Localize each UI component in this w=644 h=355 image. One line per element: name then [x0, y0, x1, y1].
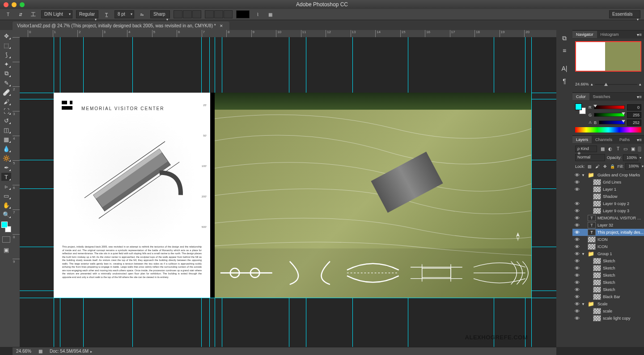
align-right-button[interactable] — [192, 10, 201, 18]
layer-row[interactable]: 👁scale — [572, 308, 644, 315]
type-tool[interactable]: T — [1, 173, 11, 181]
align-left-button[interactable] — [174, 10, 182, 18]
filter-type-icon[interactable]: T — [615, 146, 621, 152]
close-tab-icon[interactable]: ✕ — [220, 24, 223, 28]
lock-all-icon[interactable]: 🔒 — [610, 163, 616, 170]
layer-row[interactable]: 👁Layer 1 — [572, 186, 644, 193]
layer-row[interactable]: 👁Sketch — [572, 279, 644, 286]
visibility-toggle[interactable]: 👁 — [572, 230, 581, 235]
panel-menu-icon[interactable]: ▾≡ — [635, 94, 644, 99]
opacity-input[interactable]: 100% — [623, 154, 638, 161]
b-slider[interactable] — [599, 120, 625, 124]
filter-shape-icon[interactable]: ▭ — [623, 146, 628, 152]
horizontal-ruler[interactable]: 01234567891011121314151617181920 — [20, 30, 556, 37]
eyedropper-tool[interactable]: ✎ — [1, 79, 11, 87]
text-color-swatch[interactable] — [236, 10, 250, 18]
filter-adjustment-icon[interactable]: ◐ — [608, 146, 613, 152]
vertical-ruler[interactable]: 23456789 — [13, 37, 20, 347]
magic-wand-tool[interactable]: ✦ — [1, 60, 11, 68]
filter-pixel-icon[interactable]: ▦ — [600, 146, 606, 152]
zoom-out-icon[interactable]: ▴ — [591, 82, 593, 86]
dodge-tool[interactable]: 🔆 — [1, 154, 11, 162]
status-expose-icon[interactable]: ▦ — [38, 349, 42, 354]
healing-brush-tool[interactable]: 🩹 — [1, 88, 11, 96]
layer-row[interactable]: 👁Sketch — [572, 286, 644, 293]
justify-left-button[interactable] — [205, 10, 214, 18]
move-tool[interactable]: ✥ — [1, 32, 11, 40]
layer-row[interactable]: Shadow — [572, 193, 644, 200]
filter-toggle[interactable] — [638, 146, 641, 152]
warp-text-icon[interactable]: ⌇ — [253, 10, 262, 19]
font-size-select[interactable]: 8 pt — [114, 10, 134, 18]
panel-menu-icon[interactable]: ▾≡ — [635, 137, 644, 142]
layer-row[interactable]: 👁ICON — [572, 236, 644, 243]
nav-zoom-slider[interactable] — [595, 82, 637, 86]
layer-row[interactable]: 👁Layer 9 copy 2 — [572, 200, 644, 207]
visibility-toggle[interactable]: 👁 — [572, 287, 581, 292]
layer-row[interactable]: 👁Black Bar — [572, 293, 644, 300]
foreground-color[interactable] — [1, 222, 8, 228]
channels-tab[interactable]: Channels — [592, 136, 616, 143]
clone-stamp-tool[interactable]: ⛶ — [1, 107, 11, 115]
layer-row[interactable]: 👁Grid Lines — [572, 179, 644, 186]
antialias-select[interactable]: Sharp — [150, 10, 170, 18]
paragraph-panel-icon[interactable]: ¶ — [558, 76, 571, 86]
text-orientation-horiz-icon[interactable]: 工 — [29, 10, 38, 19]
history-brush-tool[interactable]: ↺ — [1, 116, 11, 124]
visibility-toggle[interactable]: 👁 — [572, 222, 581, 228]
path-selection-tool[interactable]: ▹ — [1, 182, 11, 190]
shape-tool[interactable]: ▭ — [1, 192, 11, 200]
layer-row[interactable]: 👁▼📁Group 1 — [572, 250, 644, 257]
visibility-toggle[interactable]: 👁 — [572, 258, 581, 264]
fill-input[interactable]: 100% — [625, 163, 640, 170]
layer-filter-kind[interactable]: ρ Kind ≑ — [575, 145, 597, 152]
layer-row[interactable]: 👁Sketch — [572, 257, 644, 265]
guide-h[interactable] — [20, 298, 556, 298]
r-value[interactable]: 0 — [627, 104, 641, 111]
lock-position-icon[interactable]: ✥ — [602, 163, 608, 170]
eraser-tool[interactable]: ◫ — [1, 126, 11, 134]
layer-row[interactable]: 👁TMEMORIAL VISITOR CEN... — [572, 214, 644, 222]
swatches-tab[interactable]: Swatches — [589, 93, 614, 100]
visibility-toggle[interactable]: 👁 — [572, 237, 581, 242]
layer-row[interactable]: 👁Layer 9 copy 3 — [572, 207, 644, 214]
navigator-thumbnail[interactable] — [575, 41, 641, 72]
histogram-tab[interactable]: Histogram — [597, 31, 623, 38]
visibility-toggle[interactable]: 👁 — [572, 308, 581, 314]
hand-tool[interactable]: ✋ — [1, 201, 11, 209]
visibility-toggle[interactable]: 👁 — [572, 294, 581, 299]
text-orientation-icon[interactable]: ⇵ — [16, 10, 25, 19]
visibility-toggle[interactable]: 👁 — [572, 244, 581, 249]
visibility-toggle[interactable]: 👁 — [572, 187, 581, 192]
visibility-toggle[interactable]: 👁 — [572, 201, 581, 206]
canvas-viewport[interactable]: 01234567891011121314151617181920 2345678… — [13, 30, 556, 347]
panels-icon[interactable]: ▦ — [266, 10, 275, 19]
visibility-toggle[interactable]: 👁 — [572, 180, 581, 185]
layer-row[interactable]: 👁TLayer 32 — [572, 222, 644, 229]
gamut-warning-icon[interactable]: ⚠ — [589, 120, 592, 124]
canvas-area[interactable]: MEMORIAL VISITOR CENTER 25 — [20, 37, 556, 347]
minimize-window-button[interactable] — [12, 2, 17, 7]
layer-row[interactable]: 👁▼📁Guides and Crop Marks — [572, 171, 644, 179]
actions-panel-icon[interactable]: ≡ — [558, 45, 571, 56]
color-fgbg[interactable] — [575, 103, 586, 114]
g-value[interactable]: 255 — [627, 112, 641, 118]
r-slider[interactable] — [594, 105, 625, 109]
opacity-scrubber-icon[interactable]: ▾ — [640, 156, 641, 160]
paths-tab[interactable]: Paths — [616, 136, 633, 143]
foreground-background-swatches[interactable] — [1, 222, 11, 232]
guide-v[interactable] — [531, 37, 532, 347]
brush-tool[interactable]: 🖌 — [1, 98, 11, 106]
panel-menu-icon[interactable]: ▾≡ — [635, 32, 644, 37]
visibility-toggle[interactable]: 👁 — [572, 215, 581, 221]
layer-row[interactable]: 👁TThis project, initially des... — [572, 229, 644, 236]
status-doc-size[interactable]: Doc: 54.5M/954.6M — [50, 349, 92, 354]
blur-tool[interactable]: 💧 — [1, 145, 11, 153]
quick-mask-button[interactable] — [2, 236, 10, 243]
layer-row[interactable]: 👁ICON — [572, 243, 644, 250]
align-center-button[interactable] — [183, 10, 192, 18]
pen-tool[interactable]: ✒ — [1, 163, 11, 171]
zoom-window-button[interactable] — [20, 2, 25, 7]
layer-list[interactable]: 👁▼📁Guides and Crop Marks👁Grid Lines👁Laye… — [572, 171, 644, 347]
crop-tool[interactable]: ⧉ — [1, 69, 11, 77]
